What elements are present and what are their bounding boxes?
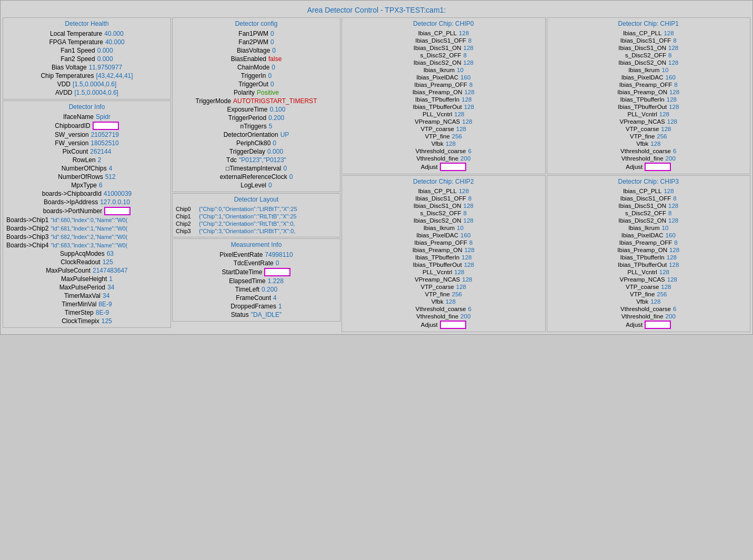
numrows-value: 512 [105,173,116,181]
chip1-panel: Detector Chip: CHIP1 Ibias_CP_PLL128 Ibi… [547,17,751,174]
chip0-ibias-discs1-on-row: Ibias_DiscS1_ON128 [344,44,543,52]
clocktimepix-row: ClockTimepix 125 [5,317,168,325]
droppedframes-row: DroppedFrames 1 [175,302,338,311]
timerstep-row: TimerStep 8E-9 [5,308,168,317]
detectororientation-value: UP [280,131,289,138]
tdceventrate-value: 0 [276,259,279,267]
chipboard-id-input[interactable] [93,122,119,130]
chip1-ibias-tpbufferout-row: Ibias_TPbufferOut128 [549,103,748,111]
ntriggers-value: 5 [269,123,273,130]
chip1-title: Detector Chip: CHIP1 [549,20,748,27]
chip3-adjust-input[interactable] [645,321,671,329]
chip2-adjust-row: Adjust [344,320,543,329]
chip-temps-row: Chip Temperatures [43,42,44,41] [5,72,168,80]
fw-version-row: FW_version 18052510 [5,139,168,147]
polarity-label: Polarity [234,89,255,96]
boards-chip1-row: Boards->Chip1 "Id":680,"Index":0,"Name":… [5,216,168,224]
iface-name-value: Spidr [96,113,111,121]
bias-voltage-label: Bias Voltage [52,64,87,71]
main-container: Area Detector Control - TPX3-TEST:cam1: … [0,0,753,335]
maxpulsecount-value: 2147483647 [93,267,128,274]
chip3-vfbk-row: Vfbk128 [549,298,748,305]
chip1-ibias-discs1-off-row: Ibias_DiscS1_OFF8 [549,37,748,44]
clockreadout-value: 125 [103,258,113,266]
fan1-speed-row: Fan1 Speed 0.000 [5,46,168,55]
boards-chip3-label: Boards->Chip3 [6,233,48,241]
boards-portnumber-input[interactable] [104,207,130,215]
boards-chip3-row: Boards->Chip3 "Id":682,"Index":2,"Name":… [5,233,168,241]
chip2-vpreamp-ncas-row: VPreamp_NCAS128 [344,276,543,283]
chip0-panel: Detector Chip: CHIP0 Ibias_CP_PLL128 Ibi… [342,17,546,174]
local-temp-row: Local Temperature 40.000 [5,29,168,38]
chip3-vthreshold-fine-row: Vthreshold_fine200 [549,313,748,320]
vdd-row: VDD [1.5,0.0004,0.6] [5,80,168,88]
chip3-layout-value: {"Chip":3,"Orientation":"LtRBtT","X":0, [199,228,295,234]
chip3-ibias-discs2-on-row: Ibias_DiscS2_ON128 [549,217,748,224]
chip2-ibias-discs2-on-row: Ibias_DiscS2_ON128 [344,217,543,224]
triggerdelay-row: TriggerDelay 0.000 [175,147,338,156]
chip0-vthreshold-coarse-row: Vthreshold_coarse6 [344,147,543,155]
numchips-label: NumberOfChips [62,165,107,172]
boards-chip3-value: "Id":682,"Index":2,"Name":"W0( [51,234,127,240]
loglevel-value: 0 [268,182,272,189]
measurement-info-panel: Measurement Info PixelEventRate 74998110… [172,238,340,322]
chip3-pll-vcntrl-row: PLL_Vcntrl128 [549,268,748,276]
chip1-vtp-coarse-row: VTP_coarse128 [549,125,748,133]
vdd-label: VDD [57,81,71,88]
chip1-pll-vcntrl-row: PLL_Vcntrl128 [549,111,748,118]
timermaxval-label: TimerMaxVal [64,292,101,299]
clockreadout-row: ClockReadout 125 [5,258,168,266]
maxpulsecount-label: MaxPulseCount [46,267,91,274]
boards-ipaddress-row: Boards->IpAddress 127.0.0.10 [5,198,168,206]
chip1-ibias-preamp-off-row: Ibias_Preamp_OFF8 [549,81,748,88]
fpga-temp-row: FPGA Temperature 40.000 [5,38,168,46]
chip3-ibias-pixeldac-row: Ibias_PixelDAC160 [549,232,748,239]
detector-health-panel: Detector Health Local Temperature 40.000… [3,17,171,99]
numchips-value: 4 [109,165,113,172]
chainmode-row: ChainMode 0 [175,63,338,72]
framecount-label: FrameCount [236,294,271,302]
periphclk80-label: PeriphClk80 [236,139,270,147]
maxpulseperiod-row: MaxPulsePeriod 34 [5,283,168,292]
biasenabled-label: BiasEnabled [231,55,266,63]
detectororientation-row: DetectorOrientation UP [175,131,338,139]
clocktimepix-label: ClockTimepix [62,317,99,325]
periphclk80-row: PeriphClk80 0 [175,139,338,147]
triggerperiod-label: TriggerPeriod [228,114,266,122]
triggerperiod-row: TriggerPeriod 0.200 [175,114,338,122]
triggerperiod-value: 0.200 [268,114,284,122]
chip3-vtp-coarse-row: VTP_coarse128 [549,283,748,291]
tdc-label: Tdc [226,156,237,164]
boards-chip2-row: Boards->Chip2 "Id":681,"Index":1,"Name":… [5,224,168,233]
triggermode-label: TriggerMode [196,97,232,105]
chip1-layout-value: {"Chip":1,"Orientation":"RtLTtB","X":25 [199,213,297,219]
chip0-layout-value: {"Chip":0,"Orientation":"LtRBtT","X":25 [199,206,297,212]
chip0-ibias-discs2-on-row: Ibias_DiscS2_ON128 [344,59,543,66]
elapsedtime-label: ElapsedTime [229,277,266,285]
chip1-adjust-row: Adjust [549,162,748,172]
rowlen-value: 2 [98,156,102,164]
clockreadout-label: ClockReadout [61,258,100,266]
iface-name-label: IfaceName [63,113,94,121]
triggermode-value: AUTOTRIGSTART_TIMERST [233,97,317,105]
chip1-ibias-ikrum-row: Ibias_Ikrum10 [549,66,748,74]
chip0-vtp-coarse-row: VTP_coarse128 [344,125,543,133]
chip3-layout-row: Chip3 {"Chip":3,"Orientation":"LtRBtT","… [175,227,338,235]
suppacqmodes-value: 63 [107,250,114,257]
triggerdelay-value: 0.000 [267,148,283,155]
chip0-adjust-input[interactable] [440,163,466,171]
chip1-adjust-input[interactable] [645,163,671,171]
chip0-vtp-fine-row: VTP_fine256 [344,133,543,140]
chip2-title: Detector Chip: CHIP2 [344,178,543,185]
fan2pwm-label: Fan2PWM [238,38,268,46]
timerminval-value: 8E-9 [98,301,112,308]
fan2-speed-value: 0.000 [97,55,113,63]
chip2-adjust-input[interactable] [440,321,466,329]
chip1-s-discs2-off-row: s_DiscS2_OFF8 [549,52,748,59]
polarity-row: Polarity Positive [175,88,338,97]
chip-temps-label: Chip Temperatures [41,72,94,79]
chip3-ibias-preamp-off-row: Ibias_Preamp_OFF8 [549,239,748,246]
startdatetime-input[interactable] [264,268,290,276]
chip3-panel: Detector Chip: CHIP3 Ibias_CP_PLL128 Ibi… [547,175,751,332]
suppacqmodes-row: SuppAcqModes 63 [5,249,168,258]
